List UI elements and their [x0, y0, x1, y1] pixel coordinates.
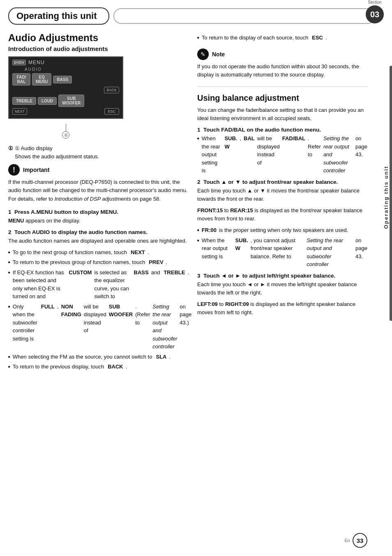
divider — [197, 86, 367, 87]
important-body: If the multi-channel processor (DEQ-P765… — [8, 178, 189, 203]
display-row-1: FAD/BAL EQMENU BASS — [12, 73, 119, 86]
balance-step-2-body: Each time you touch ▲ or ▼ it moves the … — [197, 187, 367, 203]
display-row-next-esc: NEXT ESC — [12, 108, 119, 115]
balance-step-2-bullet-2: When the rear output setting is SUB. W, … — [197, 236, 367, 269]
audio-adjustments-subtitle: Introduction of audio adjustments — [8, 45, 189, 52]
note-header: ✎ Note — [197, 49, 367, 60]
balance-step-2-bullet-1: FR:00 is the proper setting when only tw… — [197, 226, 367, 234]
bullet-2: To return to the previous group of funct… — [8, 258, 189, 266]
page-title: Operating this unit — [8, 7, 109, 25]
important-icon: ! — [8, 164, 20, 176]
balance-intro: You can change the fader/balance setting… — [197, 106, 367, 123]
balance-step-1-header: 1 Touch FAD/BAL on the audio function me… — [197, 127, 367, 133]
esc-bullet: To return to the display of each source,… — [197, 34, 367, 42]
audio-display-header: DVDV MENU — [12, 60, 119, 65]
step-2-header: 2 Touch AUDIO to display the audio funct… — [8, 229, 189, 235]
section-label: Section — [366, 0, 384, 5]
note-icon-symbol: ✎ — [201, 51, 205, 58]
loud-btn[interactable]: LOUD — [38, 97, 57, 105]
balance-step-3-body: Each time you touch ◄ or ► it moves the … — [197, 280, 367, 297]
sub-woofer-btn[interactable]: SUBWOOFER — [58, 95, 84, 107]
section-badge: Section 03 — [366, 0, 384, 23]
back-btn[interactable]: BACK — [104, 87, 119, 93]
bullet-1: To go to the next group of function name… — [8, 248, 189, 257]
balance-step-2-header: 2 Touch ▲ or ▼ to adjust front/rear spea… — [197, 179, 367, 185]
note-icon: ✎ — [197, 49, 209, 60]
side-label-text: Operating this unit — [383, 166, 389, 229]
callout-label: ① ① Audio display Shows the audio adjust… — [8, 144, 189, 161]
esc-btn[interactable]: ESC — [104, 108, 119, 115]
display-row-2: TREBLE LOUD SUBWOOFER — [12, 95, 119, 107]
bullet-3: If EQ-EX function has been selected and … — [8, 269, 189, 301]
display-row-back: BACK — [12, 87, 119, 93]
balance-step-2-body2: FRONT:15 to REAR:15 is displayed as the … — [197, 206, 367, 223]
main-content: Audio Adjustments Introduction of audio … — [0, 28, 392, 373]
note-box: ✎ Note If you do not operate the audio f… — [197, 49, 367, 79]
important-box: ! Important If the multi-channel process… — [8, 164, 189, 203]
bullet-5: When selecting the FM as the source, you… — [8, 353, 189, 361]
fad-bal-btn[interactable]: FAD/BAL — [12, 73, 30, 86]
audio-label: AUDIO — [25, 67, 119, 72]
bullet-4: Only when the subwoofer controller setti… — [8, 303, 189, 351]
left-column: Audio Adjustments Introduction of audio … — [8, 28, 189, 373]
eq-menu-btn[interactable]: EQMENU — [32, 73, 51, 86]
esc-note: To return to the display of each source,… — [197, 34, 367, 42]
balance-title: Using balance adjustment — [197, 93, 367, 103]
audio-adjustments-title: Audio Adjustments — [8, 32, 189, 44]
important-icon-symbol: ! — [13, 166, 15, 174]
side-label: Operating this unit — [380, 82, 392, 313]
step-1-body: MENU appears on the display. — [8, 217, 189, 225]
callout-line — [66, 124, 66, 131]
balance-step-3-body2: LEFT:09 to RIGHT:09 is displayed as the … — [197, 300, 367, 317]
note-title: Note — [212, 51, 225, 58]
dvd-badge: DVDV — [12, 60, 26, 65]
note-body: If you do not operate the audio function… — [197, 63, 367, 79]
next-btn[interactable]: NEXT — [12, 108, 27, 115]
step-2-body: The audio function names are displayed a… — [8, 237, 189, 245]
menu-text: MENU — [28, 60, 44, 65]
bullet-6: To return to the previous display, touch… — [8, 363, 189, 371]
important-title: Important — [23, 167, 50, 173]
callout-circle: ① — [62, 131, 69, 139]
section-number: 03 — [366, 5, 384, 23]
important-header: ! Important — [8, 164, 189, 176]
step-1-header: 1 Press A.MENU button to display MENU. — [8, 209, 189, 215]
audio-display: DVDV MENU AUDIO FAD/BAL EQMENU BASS BACK… — [8, 56, 123, 119]
page-number: 33 — [353, 533, 367, 548]
bass-btn[interactable]: BASS — [53, 76, 72, 83]
callout-container: ① — [8, 124, 123, 139]
callout-sublabel: Shows the audio adjustment status. — [15, 153, 99, 161]
right-column: To return to the display of each source,… — [197, 28, 384, 373]
treble-btn[interactable]: TREBLE — [12, 97, 36, 105]
balance-step-1-bullet: When the rear output setting is SUB. W, … — [197, 134, 367, 175]
lang-label: En — [345, 538, 350, 543]
header-center-decoration — [113, 8, 376, 24]
page-header: Operating this unit Section 03 — [0, 0, 392, 25]
page-footer: En 33 — [345, 533, 367, 548]
balance-step-3-header: 3 Touch ◄ or ► to adjust left/right spea… — [197, 273, 367, 279]
